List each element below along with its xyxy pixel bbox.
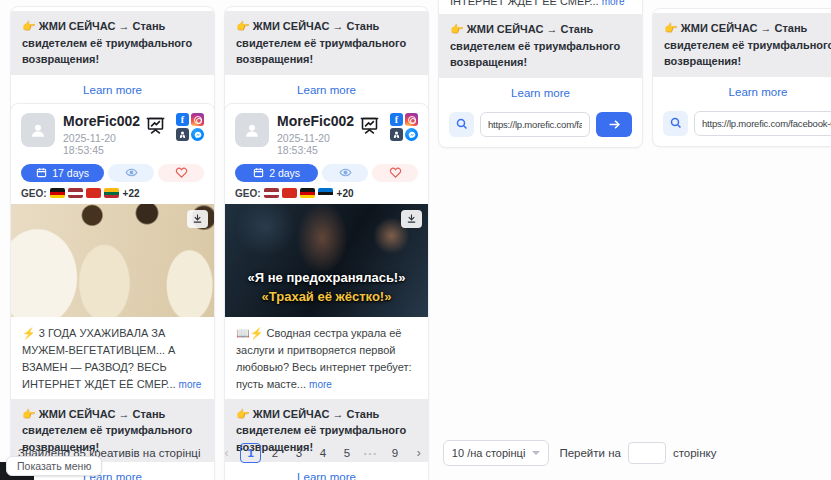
- format-icons: f: [358, 113, 418, 141]
- cta-banner: 👉 ЖМИ СЕЙЧАС → Стань свидетелем её триум…: [11, 11, 214, 75]
- more-link[interactable]: more: [179, 379, 202, 390]
- landing-url-input[interactable]: [694, 111, 831, 136]
- prev-page-button[interactable]: ‹: [216, 443, 236, 463]
- download-image-button[interactable]: [401, 210, 422, 228]
- page-button-9[interactable]: 9: [385, 443, 405, 463]
- country-flag-lithuania: [104, 188, 119, 198]
- goto-page-input[interactable]: [628, 442, 666, 464]
- advertiser-info: MoreFic002 2025-11-20 18:53:45: [63, 113, 144, 156]
- facebook-icon: f: [390, 113, 403, 126]
- learn-more-link[interactable]: Learn more: [653, 77, 831, 105]
- country-flag-germany: [50, 188, 65, 198]
- creative-actions: 17 days: [11, 162, 214, 182]
- messenger-icon: [191, 128, 204, 141]
- audience-network-icon: [176, 128, 189, 141]
- creative-image[interactable]: [11, 204, 214, 317]
- pages-ellipsis: •••: [361, 443, 381, 463]
- cta-banner: 👉 ЖМИ СЕЙЧАС → Стань свидетелем её триум…: [653, 13, 831, 77]
- show-menu-button[interactable]: Показать меню: [6, 456, 102, 476]
- creative-image[interactable]: «Я не предохранялась!» «Трахай её жёстко…: [225, 204, 428, 317]
- cta-banner: 👉 ЖМИ СЕЙЧАС → Стань свидетелем её триум…: [225, 11, 428, 75]
- landing-url-input[interactable]: [480, 112, 590, 137]
- preview-eye-button[interactable]: [322, 164, 368, 182]
- geo-more-count[interactable]: +22: [123, 188, 140, 199]
- days-active-button[interactable]: 2 days: [235, 164, 318, 182]
- country-flag-red-flag: [86, 188, 101, 198]
- ad-text: 📖⚡ Сводная сестра украла её заслуги и пр…: [225, 317, 428, 395]
- learn-more-link[interactable]: Learn more: [11, 75, 214, 103]
- facebook-icon: f: [176, 113, 189, 126]
- country-flag-latvia: [264, 188, 279, 198]
- more-link[interactable]: more: [602, 0, 625, 7]
- creative-date: 2025-11-20 18:53:45: [277, 132, 358, 156]
- presentation-chart-icon: [358, 115, 381, 136]
- page-button-4[interactable]: 4: [313, 443, 333, 463]
- geo-label: GEO:: [21, 188, 47, 199]
- open-url-button[interactable]: [596, 112, 632, 137]
- url-row: [439, 106, 642, 147]
- advertiser-header: MoreFic002 2025-11-20 18:53:45 f: [11, 104, 214, 162]
- presentation-chart-icon: [144, 115, 167, 136]
- creative-card: MoreFic002 2025-11-20 18:53:45 f 2 days: [224, 103, 429, 480]
- country-flag-red-flag: [282, 188, 297, 198]
- preview-eye-button[interactable]: [108, 164, 154, 182]
- placement-icons: f: [390, 113, 418, 141]
- geo-more-count[interactable]: +20: [337, 188, 354, 199]
- creative-card: ІНТЕРНЕТ ЖДЁТ ЕЁ СМЕР... more 👉 ЖМИ СЕЙЧ…: [438, 0, 643, 148]
- favorite-heart-button[interactable]: [158, 164, 204, 182]
- creative-actions: 2 days: [225, 162, 428, 182]
- more-link[interactable]: more: [309, 379, 332, 390]
- cta-banner: 👉 ЖМИ СЕЙЧАС → Стань свидетелем её триум…: [439, 14, 642, 78]
- days-active-button[interactable]: 17 days: [21, 164, 104, 182]
- creative-date: 2025-11-20 18:53:45: [63, 132, 144, 156]
- image-overlay-text: «Я не предохранялась!» «Трахай её жёстко…: [225, 269, 428, 307]
- download-image-button[interactable]: [187, 210, 208, 228]
- page-button-1[interactable]: 1: [240, 443, 260, 463]
- format-icons: f: [144, 113, 204, 141]
- advertiser-header: MoreFic002 2025-11-20 18:53:45 f: [225, 104, 428, 162]
- geo-row: GEO: +22: [11, 182, 214, 204]
- search-icon[interactable]: [449, 112, 474, 137]
- advertiser-info: MoreFic002 2025-11-20 18:53:45: [277, 113, 358, 156]
- learn-more-link[interactable]: Learn more: [439, 78, 642, 106]
- ad-text: ⚡ 3 ГОДА УХАЖИВАЛА ЗА МУЖЕМ-ВЕГЕТАТИВЦЕМ…: [11, 317, 214, 395]
- avatar: [235, 113, 269, 147]
- advertiser-name: MoreFic002: [63, 113, 144, 130]
- placement-icons: f: [176, 113, 204, 141]
- pagination-bar: Знайдено 85 креативів на сторінці ‹ 1 2 …: [18, 440, 716, 466]
- geo-row: GEO: +20: [225, 182, 428, 204]
- country-flag-estonia: [318, 188, 333, 198]
- country-flag-germany: [300, 188, 315, 198]
- page-button-2[interactable]: 2: [265, 443, 285, 463]
- advertiser-name: MoreFic002: [277, 113, 358, 130]
- url-row: [653, 105, 831, 146]
- per-page-select[interactable]: 10 /на сторінці: [443, 440, 550, 466]
- instagram-icon: [191, 113, 204, 126]
- geo-flags: [50, 188, 119, 198]
- learn-more-link[interactable]: Learn more: [225, 75, 428, 103]
- goto-label: Перейти на: [559, 447, 621, 459]
- chevron-down-icon: [532, 451, 540, 455]
- favorite-heart-button[interactable]: [372, 164, 418, 182]
- geo-label: GEO:: [235, 188, 261, 199]
- avatar: [21, 113, 55, 147]
- ad-text-cut: ІНТЕРНЕТ ЖДЁТ ЕЁ СМЕР... more: [439, 0, 642, 10]
- messenger-icon: [405, 128, 418, 141]
- country-flag-latvia: [68, 188, 83, 198]
- page-button-3[interactable]: 3: [289, 443, 309, 463]
- creative-card: 👉 ЖМИ СЕЙЧАС → Стань свидетелем её триум…: [652, 8, 831, 147]
- audience-network-icon: [390, 128, 403, 141]
- page-button-5[interactable]: 5: [337, 443, 357, 463]
- creative-card: MoreFic002 2025-11-20 18:53:45 f 17 days: [10, 103, 215, 480]
- search-icon[interactable]: [663, 111, 688, 136]
- next-page-button[interactable]: ›: [409, 443, 429, 463]
- goto-suffix: сторінку: [673, 447, 717, 459]
- geo-flags: [264, 188, 333, 198]
- instagram-icon: [405, 113, 418, 126]
